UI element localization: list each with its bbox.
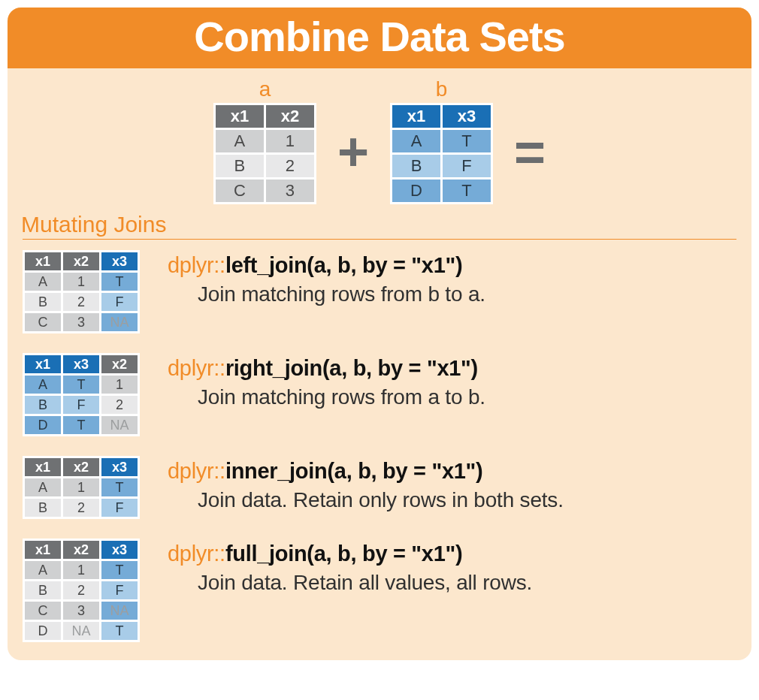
table-header: x3 [101, 458, 138, 476]
table-cell: 2 [63, 499, 99, 517]
table-cell: F [101, 293, 138, 311]
table-cell: 1 [63, 561, 99, 579]
joins-container: x1x2x3A1TB2FC3NAdplyr::left_join(a, b, b… [23, 250, 736, 642]
join-code: dplyr::full_join(a, b, by = "x1") [168, 542, 736, 566]
namespace: dplyr:: [168, 253, 225, 277]
table-header: x2 [101, 355, 138, 373]
table-cell: T [443, 180, 491, 202]
table-cell: B [216, 155, 264, 177]
table-cell: A [25, 376, 61, 394]
join-row-full-join: x1x2x3A1TB2FC3NADNATdplyr::full_join(a, … [23, 539, 736, 642]
table-cell: B [25, 293, 61, 311]
table-header: x2 [63, 252, 99, 270]
table-cell: F [63, 396, 99, 414]
table-cell: NA [101, 602, 138, 620]
namespace: dplyr:: [168, 356, 225, 380]
join-text: dplyr::full_join(a, b, by = "x1")Join da… [168, 539, 736, 595]
table-header: x3 [101, 541, 138, 559]
join-result-table: x1x2x3A1TB2F [23, 456, 147, 519]
table-cell: 1 [101, 376, 138, 394]
table-header: x3 [101, 252, 138, 270]
table-cell: B [392, 155, 440, 177]
join-row-inner-join: x1x2x3A1TB2Fdplyr::inner_join(a, b, by =… [23, 456, 736, 519]
table-cell: 1 [63, 478, 99, 496]
table-header: x1 [25, 355, 61, 373]
table-cell: T [101, 273, 138, 291]
table-cell: B [25, 396, 61, 414]
join-text: dplyr::inner_join(a, b, by = "x1")Join d… [168, 456, 736, 512]
table-cell: A [25, 478, 61, 496]
page-title: Combine Data Sets [8, 8, 751, 68]
table-cell: C [25, 313, 61, 331]
function-call: inner_join(a, b, by = "x1") [225, 459, 483, 483]
table-cell: B [25, 581, 61, 599]
table-cell: F [443, 155, 491, 177]
function-call: right_join(a, b, by = "x1") [225, 356, 478, 380]
table-cell: 1 [63, 273, 99, 291]
join-text: dplyr::right_join(a, b, by = "x1")Join m… [168, 353, 736, 409]
table-cell: A [25, 561, 61, 579]
join-row-right-join: x1x3x2AT1BF2DTNAdplyr::right_join(a, b, … [23, 353, 736, 436]
function-call: left_join(a, b, by = "x1") [225, 253, 462, 277]
table-cell: 2 [266, 155, 314, 177]
body-area: a x1x2A1B2C3 + b x1x3ATBFDT = Mutating J… [8, 68, 751, 660]
table-cell: 3 [63, 602, 99, 620]
cheatsheet-card: Combine Data Sets a x1x2A1B2C3 + b x1x3A… [8, 8, 751, 660]
section-heading: Mutating Joins [21, 212, 736, 237]
join-code: dplyr::right_join(a, b, by = "x1") [168, 356, 736, 381]
table-header: x1 [392, 105, 440, 128]
table-cell: C [216, 180, 264, 202]
intro-table-b-col: b x1x3ATBFDT [390, 77, 493, 204]
namespace: dplyr:: [168, 459, 225, 483]
table-cell: A [392, 130, 440, 152]
intro-table-a-col: a x1x2A1B2C3 [213, 77, 316, 204]
table-cell: A [25, 273, 61, 291]
join-code: dplyr::inner_join(a, b, by = "x1") [168, 459, 736, 484]
intro-label-a: a [259, 77, 271, 101]
table-cell: NA [101, 313, 138, 331]
intro-row: a x1x2A1B2C3 + b x1x3ATBFDT = [23, 77, 736, 204]
join-description: Join data. Retain only rows in both sets… [168, 488, 736, 512]
table-cell: D [25, 622, 61, 640]
table-header: x3 [443, 105, 491, 128]
join-text: dplyr::left_join(a, b, by = "x1")Join ma… [168, 250, 736, 306]
table-cell: T [101, 561, 138, 579]
join-result-table: x1x2x3A1TB2FC3NADNAT [23, 539, 147, 642]
table-cell: C [25, 602, 61, 620]
table-cell: T [443, 130, 491, 152]
table-cell: T [101, 478, 138, 496]
namespace: dplyr:: [168, 542, 225, 566]
table-cell: NA [101, 416, 138, 434]
table-header: x1 [216, 105, 264, 128]
table-cell: T [63, 416, 99, 434]
table-cell: 1 [266, 130, 314, 152]
join-description: Join data. Retain all values, all rows. [168, 571, 736, 595]
table-cell: D [25, 416, 61, 434]
table-header: x2 [63, 458, 99, 476]
table-cell: B [25, 499, 61, 517]
table-header: x1 [25, 458, 61, 476]
table-cell: 2 [63, 293, 99, 311]
table-cell: NA [63, 622, 99, 640]
intro-label-b: b [436, 77, 448, 101]
join-description: Join matching rows from a to b. [168, 385, 736, 409]
join-result-table: x1x2x3A1TB2FC3NA [23, 250, 147, 333]
table-cell: D [392, 180, 440, 202]
join-code: dplyr::left_join(a, b, by = "x1") [168, 253, 736, 278]
join-result-table: x1x3x2AT1BF2DTNA [23, 353, 147, 436]
table-cell: F [101, 581, 138, 599]
table-cell: T [63, 376, 99, 394]
table-cell: T [101, 622, 138, 640]
intro-table-b: x1x3ATBFDT [390, 103, 493, 204]
table-cell: 3 [63, 313, 99, 331]
plus-icon: + [337, 125, 369, 179]
table-header: x1 [25, 541, 61, 559]
table-header: x2 [63, 541, 99, 559]
table-cell: 2 [63, 581, 99, 599]
table-cell: F [101, 499, 138, 517]
equals-icon: = [514, 125, 546, 179]
table-header: x2 [266, 105, 314, 128]
table-header: x1 [25, 252, 61, 270]
table-cell: 2 [101, 396, 138, 414]
table-cell: A [216, 130, 264, 152]
